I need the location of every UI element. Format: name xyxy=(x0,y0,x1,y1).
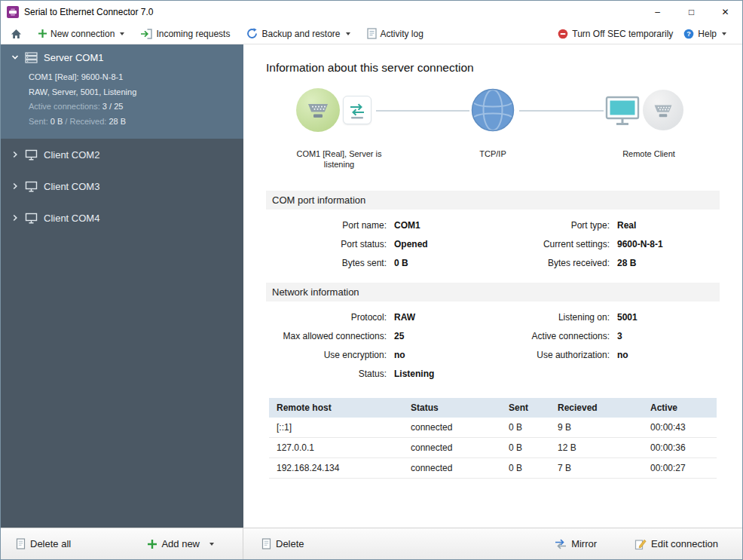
add-new-label: Add new xyxy=(161,538,200,549)
field-value: 5001 xyxy=(617,312,720,323)
table-row[interactable]: [::1] connected 0 B 9 B 00:00:43 xyxy=(269,418,717,438)
field-label: Listening on: xyxy=(500,312,610,323)
new-connection-button[interactable]: New connection xyxy=(36,26,127,41)
mirror-icon xyxy=(555,539,567,549)
server-detail-mode: RAW, Server, 5001, Listening xyxy=(29,85,243,100)
backup-restore-button[interactable]: Backup and restore xyxy=(244,26,352,41)
sidebar-footer: Delete all Add new xyxy=(1,528,243,559)
field-value: Real xyxy=(617,220,720,231)
server-com1-header[interactable]: Server COM1 xyxy=(1,44,243,70)
mirror-label: Mirror xyxy=(571,538,597,549)
table-row[interactable]: 127.0.0.1 connected 0 B 12 B 00:00:36 xyxy=(269,438,717,458)
server-detail-connections: Active connections: 3 / 25 xyxy=(29,99,243,115)
diagram-label-client: Remote Client xyxy=(601,148,697,159)
cell-remote-host: [::1] xyxy=(269,418,403,438)
field-label: Use authorization: xyxy=(500,350,610,360)
server-detail-port: COM1 [Real]: 9600-N-8-1 xyxy=(29,70,243,85)
field-label: Active connections: xyxy=(500,331,610,341)
field-value: 9600-N-8-1 xyxy=(617,239,720,249)
window-controls: – □ ✕ xyxy=(641,1,742,23)
cell-received: 9 B xyxy=(550,418,643,438)
delete-all-button[interactable]: Delete all xyxy=(11,535,75,552)
edit-connection-button[interactable]: Edit connection xyxy=(630,535,723,553)
monitor-icon xyxy=(25,181,38,192)
edit-connection-label: Edit connection xyxy=(651,538,718,549)
cell-received: 12 B xyxy=(550,438,643,458)
link-network-to-client xyxy=(519,110,604,112)
help-button[interactable]: ? Help xyxy=(681,26,729,41)
column-header-remote-host: Remote host xyxy=(269,398,403,418)
field-value: Listening xyxy=(394,369,492,379)
server-info-content: Information about this server connection xyxy=(243,44,742,528)
field-label: Port type: xyxy=(500,220,610,231)
main-footer: Delete Mirror Edit connection xyxy=(243,528,742,559)
incoming-requests-icon xyxy=(141,29,152,39)
chevron-down-icon xyxy=(722,32,726,35)
delete-label: Delete xyxy=(276,538,304,549)
home-button[interactable] xyxy=(8,26,24,41)
delete-button[interactable]: Delete xyxy=(257,535,309,552)
monitor-icon xyxy=(25,149,38,161)
field-label: Use encryption: xyxy=(266,350,387,360)
cell-active: 00:00:36 xyxy=(643,438,717,458)
sidebar-item-client-com2[interactable]: Client COM2 xyxy=(1,139,243,170)
table-header-row: Remote host Status Sent Recieved Active xyxy=(269,398,717,418)
server-icon xyxy=(25,52,38,63)
field-label: Protocol: xyxy=(266,312,387,323)
delete-document-icon xyxy=(16,538,26,549)
plus-icon xyxy=(148,540,157,549)
com-port-section-header: COM port information xyxy=(266,191,720,210)
cell-received: 7 B xyxy=(550,458,643,479)
add-new-button[interactable]: Add new xyxy=(143,535,219,552)
help-icon: ? xyxy=(683,29,694,39)
new-connection-label: New connection xyxy=(50,29,115,39)
svg-text:?: ? xyxy=(687,30,692,38)
field-value: no xyxy=(617,350,720,360)
mirror-button[interactable]: Mirror xyxy=(550,535,601,553)
cell-remote-host: 127.0.0.1 xyxy=(269,438,403,458)
sidebar-item-client-com3[interactable]: Client COM3 xyxy=(1,170,243,202)
diagram-label-server: COM1 [Real], Server is listening xyxy=(284,148,394,170)
home-icon xyxy=(11,29,22,39)
turn-off-sec-button[interactable]: Turn Off SEC temporarily xyxy=(555,26,675,41)
field-value: Opened xyxy=(394,239,492,249)
column-header-active: Active xyxy=(643,398,717,418)
field-value: 0 B xyxy=(394,258,492,268)
delete-document-icon xyxy=(261,538,271,549)
app-window: Serial to Ethernet Connector 7.0 – □ ✕ N… xyxy=(0,0,743,560)
sidebar-item-client-com4[interactable]: Client COM4 xyxy=(1,202,243,234)
client-com3-label: Client COM3 xyxy=(44,181,99,192)
incoming-requests-label: Incoming requests xyxy=(156,29,230,39)
activity-log-button[interactable]: Activity log xyxy=(365,26,426,41)
network-fields: Protocol: RAW Listening on: 5001 Max all… xyxy=(266,308,720,383)
incoming-requests-button[interactable]: Incoming requests xyxy=(139,26,232,41)
main-footer-right: Mirror Edit connection xyxy=(550,535,723,553)
column-header-received: Recieved xyxy=(550,398,643,418)
page-title: Information about this server connection xyxy=(266,61,720,75)
remote-connections-table: Remote host Status Sent Recieved Active … xyxy=(269,398,717,479)
sidebar-item-server-com1[interactable]: Server COM1 COM1 [Real]: 9600-N-8-1 RAW,… xyxy=(1,44,243,139)
cell-active: 00:00:27 xyxy=(643,458,717,479)
field-value: 28 B xyxy=(617,258,720,268)
close-button[interactable]: ✕ xyxy=(708,1,742,23)
monitor-icon xyxy=(25,213,38,224)
maximize-button[interactable]: □ xyxy=(674,1,708,23)
backup-restore-icon xyxy=(246,28,258,39)
network-globe-icon xyxy=(471,88,515,135)
client-com4-label: Client COM4 xyxy=(44,213,99,224)
network-section-header: Network information xyxy=(266,283,720,301)
table-row[interactable]: 192.168.24.134 connected 0 B 7 B 00:00:2… xyxy=(269,458,717,479)
column-header-sent: Sent xyxy=(501,398,550,418)
column-header-status: Status xyxy=(403,398,501,418)
field-label: Bytes sent: xyxy=(266,258,387,268)
connection-diagram: COM1 [Real], Server is listening TCP/IP … xyxy=(266,82,720,180)
field-label: Max allowed connections: xyxy=(266,331,387,341)
backup-restore-label: Backup and restore xyxy=(261,29,340,39)
field-label: Bytes received: xyxy=(500,258,610,268)
minimize-button[interactable]: – xyxy=(641,1,674,23)
plus-icon xyxy=(38,29,47,38)
connections-sidebar: Server COM1 COM1 [Real]: 9600-N-8-1 RAW,… xyxy=(1,44,243,559)
server-com1-details: COM1 [Real]: 9600-N-8-1 RAW, Server, 500… xyxy=(1,70,243,129)
app-body: Server COM1 COM1 [Real]: 9600-N-8-1 RAW,… xyxy=(1,44,742,559)
app-icon xyxy=(7,6,19,18)
